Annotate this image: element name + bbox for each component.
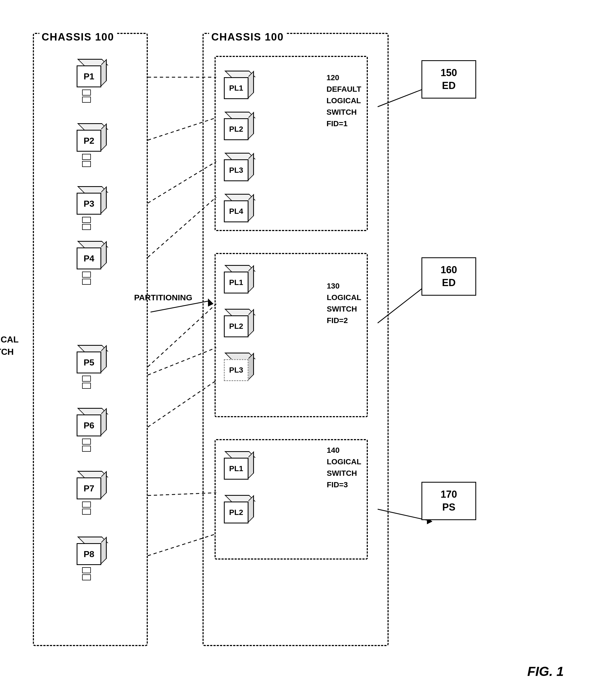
partitioning-label: PARTITIONING [134, 293, 192, 302]
port-p7-sq1 [82, 501, 91, 508]
port-p4-sq2 [82, 279, 91, 285]
logical-group-140: PL1 PL2 140LOGICALSWITCHFID=3 [214, 439, 368, 560]
port-p1-cube: P1 [77, 65, 101, 87]
port-p1-sq2 [82, 97, 91, 103]
port-p6-sq2 [82, 446, 91, 452]
ext-device-150-label: 150ED [441, 66, 457, 92]
port-p3-sq1 [82, 217, 91, 223]
port-p6-group: P6 [77, 408, 107, 452]
group-120-label: 120DEFAULTLOGICALSWITCHFID=1 [327, 72, 361, 129]
pl1-group-120: PL1 [224, 70, 254, 99]
group-140-label: 140LOGICALSWITCHFID=3 [327, 445, 361, 491]
port-p8-cube: P8 [77, 543, 101, 565]
pl2-group-140: PL2 [224, 495, 254, 523]
pl3-group-130: PL3 [224, 353, 254, 381]
port-p3-sq2 [82, 224, 91, 230]
port-p5-group: P5 [77, 345, 107, 389]
fig-label: FIG. 1 [527, 664, 564, 679]
port-p3-group: P3 [77, 186, 107, 230]
logical-switch-110-label: 110 LOGICAL SWITCH [0, 321, 19, 358]
port-p2-sq2 [82, 161, 91, 167]
port-p5-sq1 [82, 376, 91, 382]
pl2-group-120: PL2 [224, 112, 254, 140]
port-p8-group: P8 [77, 537, 107, 580]
logical-group-120: PL1 PL2 PL3 [214, 56, 368, 231]
port-p3-cube: P3 [77, 193, 101, 214]
ext-device-160: 160ED [421, 257, 476, 296]
port-p5-cube: P5 [77, 351, 101, 373]
port-p4-cube: P4 [77, 247, 101, 269]
port-p2-group: P2 [77, 123, 107, 167]
left-chassis-label: CHASSIS 100 [39, 31, 116, 43]
port-p7-cube: P7 [77, 477, 101, 499]
port-p4-sq1 [82, 272, 91, 277]
port-p8-sq2 [82, 574, 91, 580]
logical-group-130: PL1 PL2 PL3 130LOGICALSWITCHF [214, 253, 368, 417]
port-p7-sq2 [82, 509, 91, 515]
svg-line-9 [150, 301, 208, 312]
port-p4-group: P4 [77, 241, 107, 285]
port-p1-sq1 [82, 89, 91, 96]
port-p6-cube: P6 [77, 414, 101, 436]
ext-device-170: 170PS [421, 482, 476, 520]
pl3-group-120: PL3 [224, 153, 254, 181]
port-p2-sq1 [82, 154, 91, 160]
ext-device-160-label: 160ED [441, 264, 457, 289]
right-chassis: CHASSIS 100 PL1 PL2 [203, 33, 389, 646]
port-p2-cube: P2 [77, 130, 101, 152]
right-chassis-label: CHASSIS 100 [209, 31, 286, 43]
pl4-group-120: PL4 [224, 194, 254, 222]
ext-device-170-label: 170PS [441, 488, 457, 514]
pl1-group-130: PL1 [224, 265, 254, 293]
ext-device-150: 150ED [421, 60, 476, 99]
pl2-group-130: PL2 [224, 309, 254, 337]
port-p6-sq1 [82, 438, 91, 445]
diagram-container: CHASSIS 100 110 LOGICAL SWITCH P1 P2 [16, 16, 591, 684]
group-130-label: 130LOGICALSWITCHFID=2 [327, 280, 361, 326]
port-p7-group: P7 [77, 471, 107, 515]
port-p5-sq2 [82, 383, 91, 389]
port-p1-group: P1 [77, 59, 107, 103]
port-p8-sq1 [82, 567, 91, 573]
pl1-group-140: PL1 [224, 451, 254, 480]
